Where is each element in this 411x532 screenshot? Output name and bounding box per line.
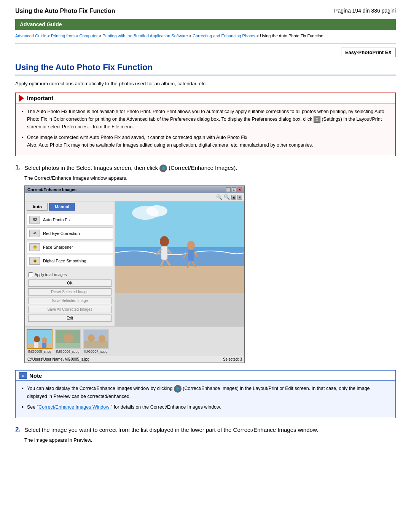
save-all-button[interactable]: Save All Corrected Images	[28, 306, 112, 313]
save-selected-button[interactable]: Save Selected Image	[28, 297, 112, 304]
window-footer-path: C:\Users\User Name\IMG0005_s.jpg	[27, 357, 89, 361]
svg-point-5	[160, 236, 169, 247]
breadcrumb-advanced-guide[interactable]: Advanced Guide	[15, 34, 46, 38]
step-2-header: 2. Select the image you want to correct …	[15, 426, 396, 435]
filmstrip-item-3[interactable]: IMG0007_s.jpg	[83, 329, 109, 353]
step-1-subtext: The Correct/Enhance Images window appear…	[24, 175, 396, 181]
svg-point-25	[63, 334, 74, 343]
svg-point-29	[99, 335, 105, 343]
step-1-number: 1.	[15, 164, 22, 171]
note-header: ≡ Note	[16, 371, 395, 381]
important-header: Important	[16, 93, 395, 104]
window-sidebar: Auto Manual 🖼 Auto Photo Fix 👁 Red-Eye C…	[25, 201, 115, 326]
important-item-1: The Auto Photo Fix function is not avail…	[22, 108, 389, 131]
sidebar-item-auto-photo-fix[interactable]: 🖼 Auto Photo Fix	[27, 214, 113, 226]
face-sharpener-icon: 😊	[29, 243, 40, 251]
important-box: Important The Auto Photo Fix function is…	[15, 93, 396, 156]
filmstrip-item-2[interactable]: IMG0006_s.jpg	[55, 329, 81, 353]
correct-enhance-link[interactable]: Correct/Enhance Images Window	[38, 404, 109, 410]
page-header: Using the Auto Photo Fix Function Pagina…	[15, 8, 396, 14]
step-2-subtext: The image appears in Preview.	[24, 437, 396, 443]
svg-rect-27	[84, 341, 109, 349]
easy-photoprint-badge: Easy-PhotoPrint EX	[341, 48, 396, 57]
step-1-header: 1. Select photos in the Select Images sc…	[15, 164, 396, 173]
note-content: You can also display the Correct/Enhance…	[16, 381, 395, 418]
important-arrow-icon	[19, 94, 24, 102]
window-minimize[interactable]: _	[226, 187, 231, 192]
correct-enhance-icon: 🌐	[159, 165, 167, 172]
reset-button[interactable]: Reset Selected Image	[28, 288, 112, 296]
digital-face-icon: 😐	[29, 257, 40, 265]
header-divider	[15, 43, 396, 44]
important-title: Important	[27, 95, 53, 101]
window-controls: _ □ ✕	[226, 187, 242, 192]
auto-button[interactable]: Auto	[27, 203, 48, 211]
red-eye-icon: 👁	[29, 230, 40, 237]
window-titlebar: Correct/Enhance Images _ □ ✕	[25, 186, 244, 193]
correct-enhance-icon-2: 🌐	[174, 385, 182, 393]
digital-face-label: Digital Face Smoothing	[43, 259, 86, 263]
window-close[interactable]: ✕	[237, 187, 242, 192]
important-list: The Auto Photo Fix function is not avail…	[22, 108, 389, 149]
step-2-number: 2.	[15, 426, 22, 433]
zoom-in-icon[interactable]: 🔍	[216, 194, 222, 200]
svg-rect-6	[161, 246, 167, 260]
important-content: The Auto Photo Fix function is not avail…	[16, 104, 395, 156]
view-icon-1[interactable]: ▣	[231, 195, 236, 200]
zoom-out-icon[interactable]: 🔍	[224, 194, 230, 200]
svg-point-2	[146, 205, 167, 217]
ok-button[interactable]: OK	[28, 280, 112, 287]
face-sharpener-label: Face Sharpener	[43, 245, 73, 249]
apply-all-checkbox[interactable]	[28, 272, 33, 277]
svg-rect-0	[115, 201, 244, 251]
breadcrumb: Advanced Guide > Printing from a Compute…	[15, 33, 396, 40]
svg-rect-18	[27, 343, 53, 349]
step-1-text: Select photos in the Select Images scree…	[24, 164, 237, 173]
filmstrip-item-1[interactable]: IMG0005_s.jpg	[27, 329, 53, 353]
window-restore[interactable]: □	[232, 187, 236, 192]
svg-point-28	[88, 334, 95, 342]
correct-enhance-window: Correct/Enhance Images _ □ ✕ 🔍 🔍 ▣ ⊞ Aut…	[24, 185, 245, 363]
important-item-2: Once image is corrected with Auto Photo …	[22, 134, 389, 149]
page-title: Using the Auto Photo Fix Function	[15, 8, 115, 14]
note-list: You can also display the Correct/Enhance…	[22, 385, 389, 411]
red-eye-label: Red-Eye Correction	[43, 231, 80, 236]
filmstrip-label-3: IMG0007_s.jpg	[83, 350, 109, 353]
svg-rect-20	[34, 342, 38, 349]
filmstrip-label-1: IMG0005_s.jpg	[27, 350, 53, 353]
breadcrumb-bundled-software[interactable]: Printing with the Bundled Application So…	[102, 34, 188, 38]
window-toolbar: Auto Manual	[27, 203, 113, 211]
note-box: ≡ Note You can also display the Correct/…	[15, 370, 396, 418]
sidebar-item-digital-face[interactable]: 😐 Digital Face Smoothing	[27, 255, 113, 267]
window-zoombar: 🔍 🔍 ▣ ⊞	[25, 193, 244, 201]
sidebar-item-red-eye[interactable]: 👁 Red-Eye Correction	[27, 227, 113, 240]
svg-point-21	[42, 337, 47, 343]
exit-button[interactable]: Exit	[28, 315, 112, 322]
window-body: Auto Manual 🖼 Auto Photo Fix 👁 Red-Eye C…	[25, 201, 244, 326]
apply-all-checkbox-row[interactable]: Apply to all images	[28, 272, 112, 277]
sidebar-item-face-sharpener[interactable]: 😊 Face Sharpener	[27, 241, 113, 253]
sidebar-controls: Apply to all images OK Reset Selected Im…	[27, 271, 113, 325]
page-number: Pagina 194 din 886 pagini	[334, 8, 396, 14]
step-1: 1. Select photos in the Select Images sc…	[15, 164, 396, 364]
auto-photo-fix-label: Auto Photo Fix	[43, 217, 70, 222]
window-footer-selected: Selected: 3	[223, 357, 242, 361]
settings-icon: ⚙	[314, 116, 320, 123]
auto-photo-fix-icon: 🖼	[29, 216, 40, 224]
note-item-1: You can also display the Correct/Enhance…	[22, 385, 389, 400]
window-title: Correct/Enhance Images	[27, 187, 76, 192]
breadcrumb-printing-computer[interactable]: Printing from a Computer	[51, 34, 98, 38]
filmstrip-label-2: IMG0006_s.jpg	[55, 350, 81, 353]
breadcrumb-current: Using the Auto Photo Fix Function	[260, 34, 323, 38]
svg-rect-4	[115, 266, 244, 293]
svg-rect-22	[42, 343, 46, 349]
step-2: 2. Select the image you want to correct …	[15, 426, 396, 443]
window-filmstrip: IMG0005_s.jpg IMG0006_s.jpg IMG0007_s.jp…	[25, 326, 244, 356]
svg-point-11	[187, 241, 195, 250]
step-2-text: Select the image you want to correct fro…	[24, 426, 318, 435]
view-icon-2[interactable]: ⊞	[237, 195, 242, 200]
breadcrumb-correcting-enhancing[interactable]: Correcting and Enhancing Photos	[193, 34, 255, 38]
advanced-guide-banner: Advanced Guide	[15, 19, 396, 30]
manual-button[interactable]: Manual	[49, 203, 75, 211]
window-preview	[115, 201, 244, 326]
